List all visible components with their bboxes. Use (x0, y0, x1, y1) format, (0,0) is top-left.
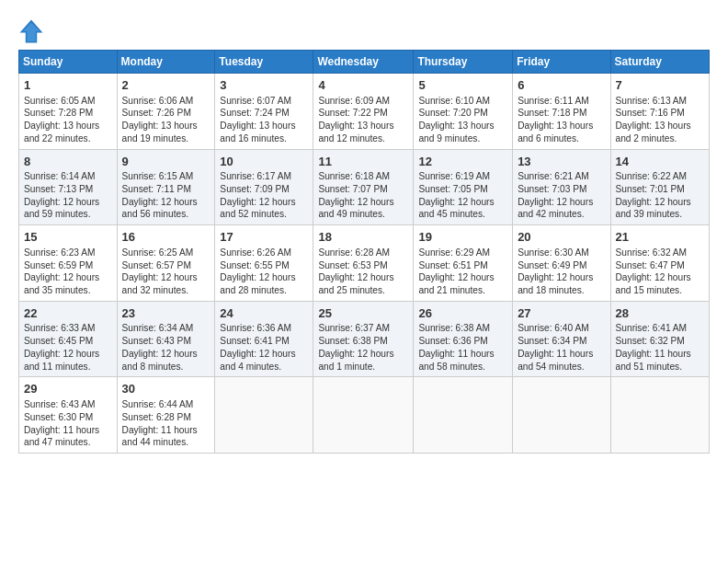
sunset-text: Sunset: 7:03 PM (518, 184, 586, 194)
sunrise-text: Sunrise: 6:41 AM (616, 323, 688, 333)
daylight-text: Daylight: 12 hours and 45 minutes. (418, 197, 494, 220)
logo-icon (18, 18, 44, 44)
day-number: 27 (518, 305, 605, 322)
sunrise-text: Sunrise: 6:09 AM (318, 96, 390, 106)
day-number: 18 (318, 229, 408, 246)
daylight-text: Daylight: 13 hours and 2 minutes. (616, 121, 691, 144)
sunset-text: Sunset: 6:34 PM (518, 336, 586, 346)
daylight-text: Daylight: 11 hours and 54 minutes. (518, 349, 593, 372)
sunset-text: Sunset: 6:41 PM (220, 336, 289, 346)
day-number: 23 (122, 305, 210, 322)
calendar-cell: 1Sunrise: 6:05 AMSunset: 7:28 PMDaylight… (19, 74, 118, 150)
daylight-text: Daylight: 12 hours and 42 minutes. (518, 197, 593, 220)
calendar-cell: 14Sunrise: 6:22 AMSunset: 7:01 PMDayligh… (610, 149, 709, 225)
sunrise-text: Sunrise: 6:26 AM (220, 247, 291, 258)
header (18, 15, 710, 44)
sunset-text: Sunset: 6:36 PM (418, 336, 487, 346)
day-number: 26 (418, 305, 507, 322)
calendar-cell: 18Sunrise: 6:28 AMSunset: 6:53 PMDayligh… (313, 225, 414, 302)
day-number: 20 (518, 229, 605, 246)
day-number: 2 (122, 77, 210, 94)
sunset-text: Sunset: 6:38 PM (318, 336, 387, 346)
calendar-week-row: 29Sunrise: 6:43 AMSunset: 6:30 PMDayligh… (19, 377, 710, 454)
calendar-cell (610, 377, 709, 454)
sunset-text: Sunset: 7:13 PM (24, 184, 93, 194)
day-header-monday: Monday (117, 51, 215, 74)
calendar-week-row: 15Sunrise: 6:23 AMSunset: 6:59 PMDayligh… (19, 225, 710, 302)
sunrise-text: Sunrise: 6:33 AM (24, 323, 96, 333)
sunset-text: Sunset: 7:26 PM (122, 108, 191, 118)
calendar-cell: 8Sunrise: 6:14 AMSunset: 7:13 PMDaylight… (19, 149, 118, 225)
daylight-text: Daylight: 12 hours and 18 minutes. (518, 272, 593, 295)
sunset-text: Sunset: 7:18 PM (518, 108, 586, 118)
calendar-cell: 30Sunrise: 6:44 AMSunset: 6:28 PMDayligh… (117, 377, 215, 454)
sunset-text: Sunset: 7:01 PM (616, 184, 685, 194)
daylight-text: Daylight: 12 hours and 4 minutes. (220, 349, 295, 372)
day-header-friday: Friday (513, 51, 610, 74)
day-header-sunday: Sunday (19, 51, 118, 74)
day-number: 12 (418, 154, 507, 170)
calendar-week-row: 22Sunrise: 6:33 AMSunset: 6:45 PMDayligh… (19, 301, 710, 377)
sunrise-text: Sunrise: 6:28 AM (318, 247, 390, 258)
calendar-cell: 12Sunrise: 6:19 AMSunset: 7:05 PMDayligh… (414, 149, 513, 225)
calendar-cell: 2Sunrise: 6:06 AMSunset: 7:26 PMDaylight… (117, 74, 215, 150)
calendar-cell: 17Sunrise: 6:26 AMSunset: 6:55 PMDayligh… (215, 225, 313, 302)
daylight-text: Daylight: 13 hours and 19 minutes. (122, 121, 198, 144)
calendar-cell: 28Sunrise: 6:41 AMSunset: 6:32 PMDayligh… (610, 301, 709, 377)
sunrise-text: Sunrise: 6:10 AM (418, 96, 490, 106)
sunrise-text: Sunrise: 6:14 AM (24, 171, 96, 181)
calendar-cell: 27Sunrise: 6:40 AMSunset: 6:34 PMDayligh… (513, 301, 610, 377)
sunrise-text: Sunrise: 6:05 AM (24, 96, 96, 106)
sunset-text: Sunset: 7:28 PM (24, 108, 93, 118)
calendar-cell: 22Sunrise: 6:33 AMSunset: 6:45 PMDayligh… (19, 301, 118, 377)
day-number: 24 (220, 305, 308, 322)
daylight-text: Daylight: 13 hours and 22 minutes. (24, 121, 99, 144)
sunset-text: Sunset: 7:22 PM (318, 108, 387, 118)
calendar-cell: 5Sunrise: 6:10 AMSunset: 7:20 PMDaylight… (414, 74, 513, 150)
calendar-cell: 16Sunrise: 6:25 AMSunset: 6:57 PMDayligh… (117, 225, 215, 302)
calendar-cell: 19Sunrise: 6:29 AMSunset: 6:51 PMDayligh… (414, 225, 513, 302)
sunrise-text: Sunrise: 6:18 AM (318, 171, 390, 181)
day-number: 14 (616, 154, 704, 170)
daylight-text: Daylight: 13 hours and 9 minutes. (418, 121, 494, 144)
day-number: 10 (220, 154, 308, 170)
calendar-cell: 24Sunrise: 6:36 AMSunset: 6:41 PMDayligh… (215, 301, 313, 377)
day-number: 7 (616, 77, 704, 94)
sunset-text: Sunset: 7:09 PM (220, 184, 289, 194)
calendar-cell: 20Sunrise: 6:30 AMSunset: 6:49 PMDayligh… (513, 225, 610, 302)
daylight-text: Daylight: 12 hours and 49 minutes. (318, 197, 393, 220)
calendar-cell: 15Sunrise: 6:23 AMSunset: 6:59 PMDayligh… (19, 225, 118, 302)
day-number: 17 (220, 229, 308, 246)
sunrise-text: Sunrise: 6:43 AM (24, 399, 96, 409)
calendar-cell: 3Sunrise: 6:07 AMSunset: 7:24 PMDaylight… (215, 74, 313, 150)
calendar-cell: 11Sunrise: 6:18 AMSunset: 7:07 PMDayligh… (313, 149, 414, 225)
sunrise-text: Sunrise: 6:37 AM (318, 323, 390, 333)
daylight-text: Daylight: 12 hours and 39 minutes. (616, 197, 691, 220)
daylight-text: Daylight: 11 hours and 51 minutes. (616, 349, 691, 372)
calendar-cell: 25Sunrise: 6:37 AMSunset: 6:38 PMDayligh… (313, 301, 414, 377)
sunset-text: Sunset: 7:11 PM (122, 184, 191, 194)
sunrise-text: Sunrise: 6:29 AM (418, 247, 490, 258)
day-number: 4 (318, 77, 408, 94)
daylight-text: Daylight: 12 hours and 28 minutes. (220, 272, 295, 295)
calendar-cell (313, 377, 414, 454)
calendar-cell: 23Sunrise: 6:34 AMSunset: 6:43 PMDayligh… (117, 301, 215, 377)
sunrise-text: Sunrise: 6:23 AM (24, 247, 96, 258)
sunrise-text: Sunrise: 6:36 AM (220, 323, 291, 333)
day-header-tuesday: Tuesday (215, 51, 313, 74)
daylight-text: Daylight: 11 hours and 44 minutes. (122, 425, 198, 448)
day-number: 22 (24, 305, 112, 322)
daylight-text: Daylight: 12 hours and 15 minutes. (616, 272, 691, 295)
calendar-cell: 7Sunrise: 6:13 AMSunset: 7:16 PMDaylight… (610, 74, 709, 150)
day-number: 25 (318, 305, 408, 322)
calendar-header-row: SundayMondayTuesdayWednesdayThursdayFrid… (19, 51, 710, 74)
sunset-text: Sunset: 6:28 PM (122, 412, 191, 422)
sunrise-text: Sunrise: 6:25 AM (122, 247, 194, 258)
sunset-text: Sunset: 6:53 PM (318, 260, 387, 270)
calendar-cell: 21Sunrise: 6:32 AMSunset: 6:47 PMDayligh… (610, 225, 709, 302)
day-header-saturday: Saturday (610, 51, 709, 74)
logo (18, 18, 48, 44)
day-number: 13 (518, 154, 605, 170)
sunset-text: Sunset: 6:45 PM (24, 336, 93, 346)
sunset-text: Sunset: 7:20 PM (418, 108, 487, 118)
